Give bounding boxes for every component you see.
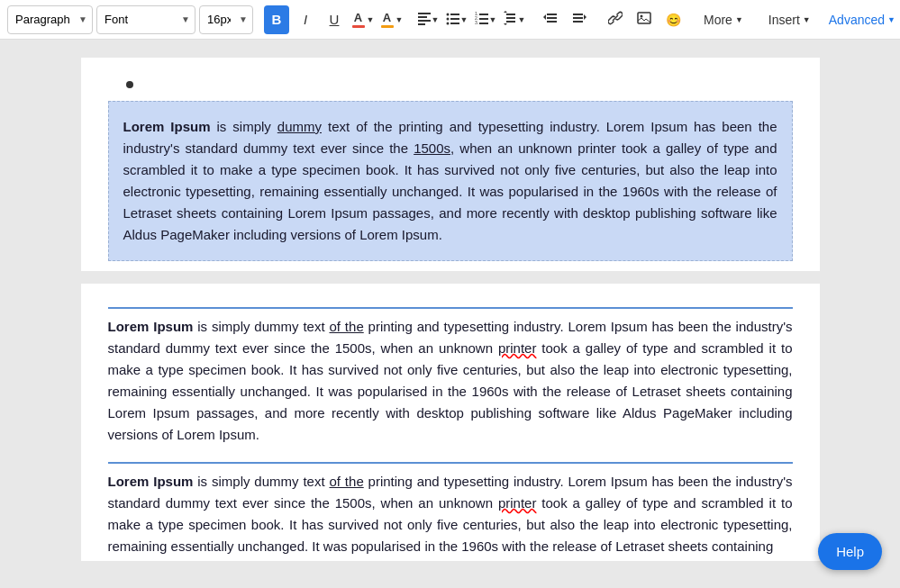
svg-rect-21 (547, 21, 557, 23)
svg-rect-20 (547, 17, 557, 19)
svg-rect-15 (479, 23, 488, 24)
dummy-underlined: dummy (277, 119, 322, 134)
more-label: More (704, 13, 732, 27)
svg-rect-0 (418, 13, 431, 14)
advanced-chevron-icon: ▼ (887, 15, 895, 24)
paragraph-select[interactable]: Paragraph Heading 1 Heading 2 (7, 5, 93, 34)
para2-lorem-bold: Lorem Ipsum (108, 474, 194, 489)
of-the-underlined-2: of the (329, 474, 363, 489)
svg-rect-22 (573, 14, 583, 15)
svg-rect-24 (573, 21, 583, 23)
more-chevron-icon: ▼ (735, 15, 743, 24)
font-select[interactable]: Font Arial Times New Roman (96, 5, 195, 34)
printer-misspelled-2: printer (498, 495, 537, 511)
paragraph-select-wrapper[interactable]: Paragraph Heading 1 Heading 2 ▼ (7, 5, 93, 34)
indent-decrease-button[interactable] (538, 5, 563, 34)
font-select-wrapper[interactable]: Font Arial Times New Roman ▼ (96, 5, 195, 34)
align-chevron-icon: ▼ (432, 15, 440, 24)
svg-point-27 (641, 15, 643, 18)
line-spacing-button[interactable]: ▼ (502, 5, 527, 34)
indent-increase-button[interactable] (567, 5, 592, 34)
page-1: Lorem Ipsum is simply dummy text of the … (81, 58, 820, 271)
font-size-select[interactable]: 16px 12px 14px 18px 24px (199, 5, 253, 34)
svg-rect-11 (479, 14, 488, 15)
list-button[interactable]: ▼ (444, 5, 469, 34)
image-icon (637, 11, 651, 28)
highlight-chevron-icon: ▼ (395, 15, 404, 24)
toolbar: Paragraph Heading 1 Heading 2 ▼ Font Ari… (0, 0, 900, 40)
line-spacing-icon (504, 11, 518, 28)
svg-rect-13 (479, 18, 488, 20)
line-spacing-chevron-icon: ▼ (518, 15, 526, 24)
list-icon (446, 11, 460, 28)
svg-rect-16 (506, 14, 515, 15)
svg-rect-5 (450, 14, 459, 15)
emoji-icon: 😊 (666, 13, 681, 27)
text-block-2[interactable]: Lorem Ipsum is simply dummy text of the … (108, 462, 793, 565)
font-size-wrapper[interactable]: 16px 12px 14px 18px 24px ▼ (199, 5, 253, 34)
highlight-letter: A (383, 12, 391, 23)
highlight-icon: A (381, 12, 394, 28)
text-block-1[interactable]: Lorem Ipsum is simply dummy text of the … (108, 307, 793, 453)
svg-rect-18 (506, 21, 515, 23)
ordered-list-icon: 1.2.3. (475, 11, 489, 28)
font-color-underline (352, 25, 365, 28)
para1-text: is simply dummy text of the printing and… (108, 319, 793, 442)
highlight-underline (381, 25, 394, 28)
insert-label: Insert (768, 13, 800, 27)
svg-point-4 (446, 14, 449, 16)
link-button[interactable] (603, 5, 628, 34)
svg-rect-23 (573, 17, 583, 19)
ordered-list-button[interactable]: 1.2.3. ▼ (473, 5, 498, 34)
italic-button[interactable]: I (293, 5, 318, 34)
selected-text-content: is simply dummy text of the printing and… (123, 119, 777, 242)
highlight-color-button[interactable]: A ▼ (379, 5, 405, 34)
svg-rect-2 (418, 20, 431, 22)
of-the-underlined: of the (329, 319, 363, 334)
insert-button[interactable]: Insert ▼ (761, 5, 818, 34)
bold-button[interactable]: B (264, 5, 289, 34)
bullet-icon (126, 81, 133, 88)
ordered-list-chevron-icon: ▼ (489, 15, 497, 24)
selected-lorem-bold: Lorem Ipsum (123, 119, 211, 134)
bullet-item (108, 76, 793, 92)
1500s-underlined: 1500s (414, 140, 450, 156)
underline-button[interactable]: U (322, 5, 347, 34)
font-color-icon: A (352, 12, 365, 28)
editor-area[interactable]: Lorem Ipsum is simply dummy text of the … (0, 40, 900, 588)
svg-rect-1 (418, 16, 427, 18)
indent-decrease-icon (543, 11, 558, 28)
svg-rect-3 (418, 23, 425, 25)
svg-rect-26 (638, 13, 650, 23)
image-button[interactable] (632, 5, 657, 34)
page-2: Lorem Ipsum is simply dummy text of the … (81, 284, 820, 561)
align-icon (417, 11, 432, 28)
more-button[interactable]: More ▼ (696, 5, 750, 34)
font-color-letter: A (354, 12, 362, 23)
svg-rect-9 (450, 23, 459, 24)
selected-text-block[interactable]: Lorem Ipsum is simply dummy text of the … (108, 101, 793, 261)
svg-text:3.: 3. (475, 20, 478, 25)
emoji-button[interactable]: 😊 (660, 5, 686, 34)
svg-point-6 (446, 18, 449, 21)
insert-chevron-icon: ▼ (803, 15, 811, 24)
indent-increase-icon (572, 11, 586, 28)
help-button[interactable]: Help (818, 533, 882, 570)
svg-rect-17 (506, 17, 515, 19)
para2-text: is simply dummy text of the printing and… (108, 474, 793, 554)
advanced-button[interactable]: Advanced ▼ (822, 5, 900, 34)
align-button[interactable]: ▼ (415, 5, 441, 34)
svg-rect-7 (450, 18, 459, 20)
svg-point-8 (446, 23, 449, 25)
para1-lorem-bold: Lorem Ipsum (108, 319, 194, 334)
list-chevron-icon: ▼ (460, 15, 468, 24)
font-color-chevron-icon: ▼ (367, 15, 375, 24)
link-icon (608, 11, 623, 28)
font-color-button[interactable]: A ▼ (350, 5, 376, 34)
svg-rect-19 (547, 14, 557, 15)
printer-misspelled: printer (498, 340, 537, 356)
advanced-label: Advanced (829, 13, 885, 27)
